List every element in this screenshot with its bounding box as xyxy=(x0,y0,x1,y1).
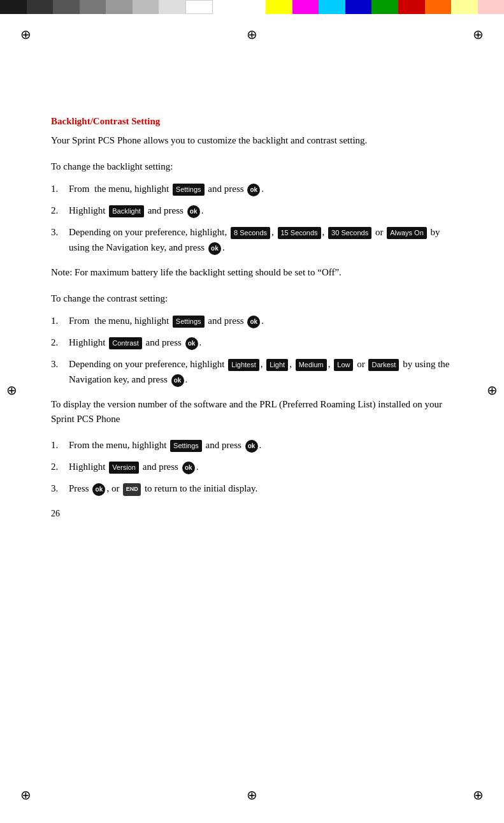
version-step-2: 2. Highlight Version and press ok. xyxy=(51,459,453,474)
step-num-c1: 1. xyxy=(51,313,69,328)
reg-mark-mid-left: ⊕ xyxy=(6,382,17,398)
version-step-1: 1. From the menu, highlight Settings and… xyxy=(51,437,453,453)
reg-marks-row: ⊕ ⊕ ⊕ xyxy=(0,14,504,52)
version-badge: Version xyxy=(109,462,139,474)
ok-badge-3: ok xyxy=(208,242,221,255)
reg-mark-top-center: ⊕ xyxy=(247,27,257,42)
swatch-blue xyxy=(345,0,372,14)
version-steps: 1. From the menu, highlight Settings and… xyxy=(51,437,453,496)
reg-mark-bottom-left: ⊕ xyxy=(20,787,31,803)
step-num-3: 3. xyxy=(51,224,69,240)
swatch-3 xyxy=(53,0,80,14)
ok-badge-v2: ok xyxy=(182,462,195,474)
contrast-badge: Contrast xyxy=(109,337,142,350)
swatch-lt-yellow xyxy=(451,0,478,14)
reg-mark-top-left: ⊕ xyxy=(20,27,31,42)
step-content-v1: From the menu, highlight Settings and pr… xyxy=(69,437,453,453)
ok-badge-2: ok xyxy=(187,205,200,218)
swatch-7 xyxy=(159,0,185,14)
color-bar-top xyxy=(0,0,504,14)
contrast-heading: To change the contrast setting: xyxy=(51,291,453,306)
ok-badge-c3: ok xyxy=(171,374,184,387)
step-content-c1: From the menu, highlight Settings and pr… xyxy=(69,313,453,328)
ok-badge-c2: ok xyxy=(185,337,198,350)
contrast-step-3: 3. Depending on your preference, highlig… xyxy=(51,356,453,387)
light-badge: Light xyxy=(266,359,288,372)
page-number: 26 xyxy=(51,509,453,519)
intro-paragraph: Your Sprint PCS Phone allows you to cust… xyxy=(51,133,453,148)
swatch-gap2 xyxy=(240,0,266,14)
ok-badge-v3: ok xyxy=(92,483,105,496)
lightest-badge: Lightest xyxy=(228,359,259,372)
swatch-6 xyxy=(133,0,159,14)
swatch-magenta xyxy=(292,0,319,14)
main-content: Backlight/Contrast Setting Your Sprint P… xyxy=(0,52,504,557)
contrast-step-2: 2. Highlight Contrast and press ok. xyxy=(51,335,453,350)
step-content-2: Highlight Backlight and press ok. xyxy=(69,203,453,218)
swatch-8 xyxy=(185,0,213,14)
swatch-1 xyxy=(0,0,27,14)
backlight-step-3: 3. Depending on your preference, highlig… xyxy=(51,224,453,255)
low-badge: Low xyxy=(334,359,353,372)
swatch-4 xyxy=(80,0,106,14)
backlight-heading: To change the backlight setting: xyxy=(51,159,453,174)
step-num-v3: 3. xyxy=(51,481,69,496)
settings-badge-1: Settings xyxy=(173,184,205,196)
medium-badge: Medium xyxy=(296,359,327,372)
section-title: Backlight/Contrast Setting xyxy=(51,116,453,127)
swatch-gap xyxy=(213,0,240,14)
swatch-5 xyxy=(106,0,133,14)
ok-badge-c1: ok xyxy=(247,316,260,328)
version-intro: To display the version number of the sof… xyxy=(51,397,453,426)
contrast-steps: 1. From the menu, highlight Settings and… xyxy=(51,313,453,387)
step-num-2: 2. xyxy=(51,203,69,218)
15sec-badge: 15 Seconds xyxy=(278,227,321,240)
step-num-c3: 3. xyxy=(51,356,69,372)
step-content-3: Depending on your preference, highlight,… xyxy=(69,224,453,255)
ok-badge-1: ok xyxy=(247,184,260,196)
version-step-3: 3. Press ok, or END to return to the ini… xyxy=(51,481,453,496)
step-content-c2: Highlight Contrast and press ok. xyxy=(69,335,453,350)
reg-mark-bottom-right: ⊕ xyxy=(473,787,484,803)
reg-mark-bottom-center: ⊕ xyxy=(247,787,257,803)
step-num-1: 1. xyxy=(51,181,69,196)
8sec-badge: 8 Seconds xyxy=(231,227,270,240)
backlight-steps: 1. From the menu, highlight Settings and… xyxy=(51,181,453,255)
swatch-green xyxy=(371,0,398,14)
settings-badge-v1: Settings xyxy=(170,440,202,453)
swatch-cyan xyxy=(319,0,345,14)
swatch-red xyxy=(398,0,425,14)
note-paragraph: Note: For maximum battery life the backl… xyxy=(51,265,453,280)
swatch-2 xyxy=(27,0,54,14)
step-num-c2: 2. xyxy=(51,335,69,350)
darkest-badge: Darkest xyxy=(368,359,399,372)
step-num-v2: 2. xyxy=(51,459,69,474)
step-content-v3: Press ok, or END to return to the initia… xyxy=(69,481,453,496)
reg-mark-top-right: ⊕ xyxy=(473,27,484,42)
ok-badge-v1: ok xyxy=(245,440,258,453)
alwayson-badge: Always On xyxy=(387,227,427,240)
step-num-v1: 1. xyxy=(51,437,69,453)
swatch-yellow xyxy=(266,0,292,14)
contrast-step-1: 1. From the menu, highlight Settings and… xyxy=(51,313,453,328)
step-content-v2: Highlight Version and press ok. xyxy=(69,459,453,474)
step-content-1: From the menu, highlight Settings and pr… xyxy=(69,181,453,196)
backlight-step-1: 1. From the menu, highlight Settings and… xyxy=(51,181,453,196)
swatch-orange xyxy=(425,0,452,14)
backlight-step-2: 2. Highlight Backlight and press ok. xyxy=(51,203,453,218)
30sec-badge: 30 Seconds xyxy=(328,227,371,240)
settings-badge-c1: Settings xyxy=(173,316,205,328)
step-content-c3: Depending on your preference, highlight … xyxy=(69,356,453,387)
reg-mark-mid-right: ⊕ xyxy=(487,382,498,398)
swatch-lt-red xyxy=(478,0,504,14)
backlight-badge: Backlight xyxy=(109,205,144,218)
end-badge: END xyxy=(123,483,141,496)
